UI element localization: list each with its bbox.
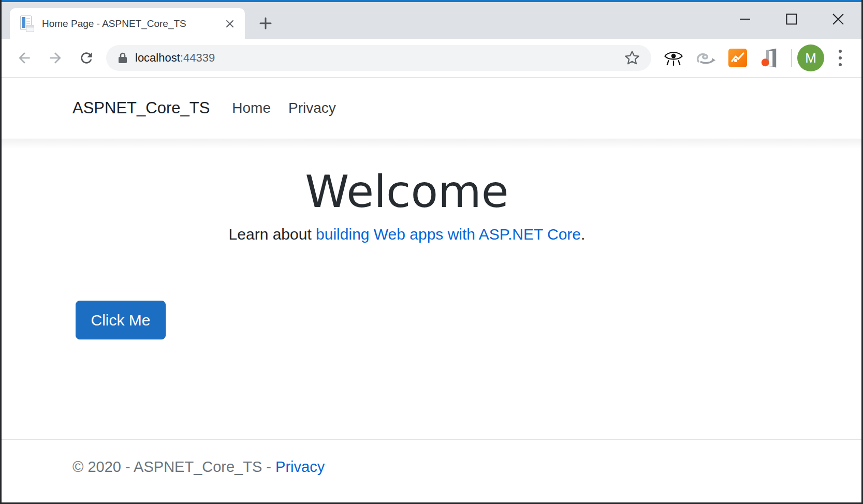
main-container: Welcome Learn about building Web apps wi… — [2, 167, 741, 339]
analytics-extension-icon[interactable] — [722, 42, 754, 74]
intro-prefix: Learn about — [229, 226, 316, 243]
browser-window: Home Page - ASPNET_Core_TS — [0, 0, 863, 504]
page-content: ASPNET_Core_TS Home Privacy Welcome Lear… — [2, 78, 861, 502]
footer-copyright: © 2020 - ASPNET_Core_TS - — [72, 458, 275, 475]
lock-icon[interactable] — [116, 51, 129, 65]
toolbar-separator — [791, 49, 792, 67]
site-nav: Home Privacy — [223, 100, 345, 116]
forward-arrow-icon[interactable] — [40, 42, 71, 73]
tab-close-icon[interactable] — [222, 16, 238, 32]
url-port: :44339 — [180, 51, 215, 64]
nav-link-home[interactable]: Home — [223, 100, 280, 116]
footer-privacy-link[interactable]: Privacy — [275, 458, 325, 475]
profile-avatar[interactable]: M — [797, 45, 824, 71]
page-title: Welcome — [72, 167, 741, 216]
avatar-initial: M — [805, 50, 816, 66]
favicon-aspnet-icon — [20, 16, 34, 32]
url-host: localhost — [135, 51, 180, 64]
back-arrow-icon[interactable] — [9, 42, 40, 73]
click-me-button[interactable]: Click Me — [76, 301, 166, 339]
kebab-menu-icon[interactable] — [824, 42, 856, 74]
browser-toolbar: localhost:44339 — [2, 39, 861, 78]
extensions-area: M — [657, 42, 856, 74]
bookmark-star-icon[interactable] — [620, 46, 644, 70]
address-bar[interactable]: localhost:44339 — [106, 45, 651, 71]
minimize-button[interactable] — [722, 2, 768, 36]
url-text[interactable]: localhost:44339 — [135, 51, 620, 65]
site-footer: © 2020 - ASPNET_Core_TS - Privacy — [2, 439, 861, 502]
window-controls — [722, 2, 861, 36]
navbar-brand[interactable]: ASPNET_Core_TS — [72, 99, 210, 117]
aspnet-docs-link[interactable]: building Web apps with ASP.NET Core — [316, 226, 581, 243]
reload-icon[interactable] — [71, 42, 102, 73]
intro-suffix: . — [581, 226, 585, 243]
swoosh-extension-icon[interactable] — [690, 42, 722, 74]
site-navbar: ASPNET_Core_TS Home Privacy — [2, 78, 861, 139]
tab-strip: Home Page - ASPNET_Core_TS — [2, 2, 861, 39]
intro-text: Learn about building Web apps with ASP.N… — [72, 225, 741, 244]
maximize-button[interactable] — [768, 2, 815, 36]
tab-title: Home Page - ASPNET_Core_TS — [42, 18, 222, 29]
window-close-button[interactable] — [815, 2, 861, 36]
new-tab-button[interactable] — [256, 14, 275, 33]
nav-link-privacy[interactable]: Privacy — [280, 100, 345, 116]
browser-tab[interactable]: Home Page - ASPNET_Core_TS — [10, 8, 245, 39]
office-extension-icon[interactable] — [754, 42, 786, 74]
eye-extension-icon[interactable] — [657, 42, 690, 74]
